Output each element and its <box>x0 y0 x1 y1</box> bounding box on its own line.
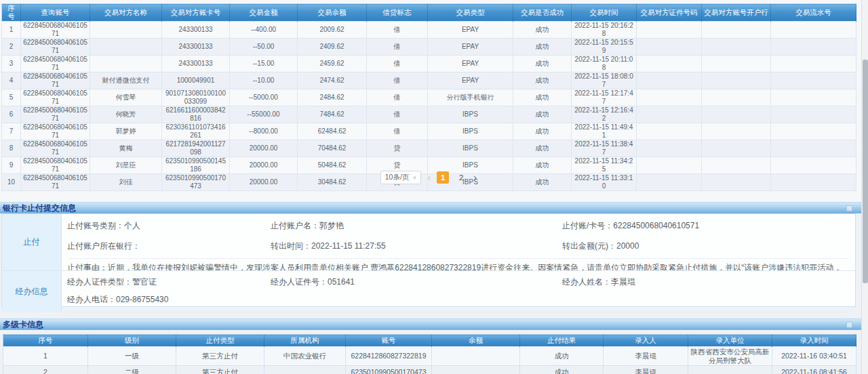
table-cell: 6 <box>2 106 21 123</box>
vertical-scrollbar[interactable] <box>861 0 868 374</box>
table-cell: 成功 <box>513 89 572 106</box>
table-cell: 二级 <box>88 366 176 374</box>
table-cell: 成功 <box>520 347 604 366</box>
field-account-bank: 止付账户所在银行： <box>67 241 271 252</box>
table-cell: 4 <box>2 72 21 89</box>
column-header: 所属机构 <box>264 335 346 347</box>
table-cell: 6228450068040610571 <box>21 89 90 106</box>
page-button-1[interactable]: 1 <box>437 171 449 184</box>
stop-payment-section-title: 银行卡止付提交信息 <box>3 203 76 214</box>
transactions-table: 序号查询账号交易对方名称交易对方账卡号交易金额交易余额借贷标志交易类型交易是否成… <box>1 3 856 191</box>
table-cell: 243300133 <box>162 22 230 39</box>
table-cell: 何雪琴 <box>90 89 162 106</box>
table-cell: 6216611600003842816 <box>162 106 230 123</box>
column-header: 交易类型 <box>428 4 513 22</box>
table-cell: 20000.00 <box>230 140 298 157</box>
table-cell: 财付通微信支付 <box>90 72 162 89</box>
field-handler-name: 经办人姓名：李晨琨 <box>562 276 847 288</box>
table-cell <box>771 72 856 89</box>
table-cell <box>771 39 856 56</box>
table-cell: --15.00 <box>230 56 298 72</box>
table-cell <box>702 89 771 106</box>
table-row: 56228450068040610571何雪琴90107130801001000… <box>2 89 856 106</box>
field-handler-cert-no: 经办人证件号：051641 <box>271 276 562 288</box>
table-cell <box>702 140 771 157</box>
page-size-select[interactable]: 10条/页 ∨ <box>380 171 421 184</box>
field-row: 止付账户所在银行： 转出时间：2022-11-15 11:27:55 转出金额(… <box>67 232 847 252</box>
table-cell <box>637 89 702 106</box>
column-header: 交易对方账号开户行 <box>702 4 771 22</box>
table-cell <box>432 347 520 366</box>
multicard-section-bar: 多级卡信息 <box>0 318 861 330</box>
scrollbar-thumb[interactable] <box>863 60 868 283</box>
table-cell: 借 <box>367 89 428 106</box>
table-cell <box>637 56 702 72</box>
column-header: 序号 <box>3 335 88 347</box>
table-cell: 成功 <box>513 123 572 140</box>
table-cell: 李晨琨 <box>604 347 688 366</box>
table-cell: 1 <box>2 22 21 39</box>
table-cell: 2009.62 <box>298 22 367 39</box>
page-button-2[interactable]: 2 <box>455 171 467 184</box>
next-page-button[interactable]: › <box>473 172 477 183</box>
table-cell: 6228450068040610571 <box>21 72 90 89</box>
collapse-icon[interactable] <box>846 322 852 328</box>
column-header: 交易是否成功 <box>513 4 572 22</box>
table-cell: 成功 <box>513 56 572 72</box>
table-cell <box>637 72 702 89</box>
field-row: 经办人证件类型：警官证 经办人证件号：051641 经办人姓名：李晨琨 <box>67 271 847 288</box>
table-cell: 5 <box>2 89 21 106</box>
table-cell: 成功 <box>520 366 604 374</box>
column-header: 录入单位 <box>688 335 772 347</box>
table-cell: 243300133 <box>162 56 230 72</box>
table-cell: 2409.62 <box>298 39 367 56</box>
table-cell: 1 <box>3 347 88 366</box>
table-cell <box>432 366 520 374</box>
column-header: 交易对方证件号码 <box>637 4 702 22</box>
stop-payment-content: 止付账号类别：个人 止付账户名：郭梦艳 止付账/卡号：6228450068040… <box>62 214 855 270</box>
multicard-table: 序号级别止付类型所属机构账号余额止付结果录入人录入单位录入时间 1一级第三方止付… <box>3 334 856 374</box>
table-cell: 2022-11-15 11:38:47 <box>572 140 637 157</box>
table-cell: 6228412860827322819 <box>346 347 432 366</box>
table-cell <box>90 39 162 56</box>
table-cell: EPAY <box>428 72 513 89</box>
column-header: 级别 <box>88 335 176 347</box>
column-header: 序号 <box>2 4 21 22</box>
field-handler-phone: 经办人电话：029-86755430 <box>67 294 271 306</box>
column-header: 录入时间 <box>772 335 856 347</box>
column-header: 余额 <box>432 335 520 347</box>
column-header: 交易对方账卡号 <box>162 4 230 22</box>
column-header: 查询账号 <box>21 4 90 22</box>
table-cell: 2022-11-16 08:41:56 <box>772 366 856 374</box>
table-cell: --400.00 <box>230 22 298 39</box>
column-header: 交易余额 <box>298 4 367 22</box>
previous-page-button[interactable]: ‹ <box>427 172 431 183</box>
table-cell: 中国农业银行 <box>264 347 346 366</box>
table-cell: 2 <box>2 39 21 56</box>
table-cell: --50.00 <box>230 39 298 56</box>
table-cell <box>702 56 771 72</box>
table-cell: 成功 <box>513 39 572 56</box>
divider <box>67 312 847 312</box>
table-cell: 借 <box>367 39 428 56</box>
field-transfer-amount: 转出金额(元)：20000 <box>562 241 847 252</box>
pagination: 10条/页 ∨ ‹ 1 2 › <box>1 169 856 186</box>
collapse-icon[interactable] <box>846 205 852 211</box>
table-row: 2二级第三方止付6235010990500170473成功李晨琨2022-11-… <box>3 366 856 374</box>
table-cell: 243300133 <box>162 39 230 56</box>
table-cell: 6217281942001127098 <box>162 140 230 157</box>
table-cell: 6228450068040610571 <box>21 123 90 140</box>
table-cell: 2022-11-15 20:11:08 <box>572 56 637 72</box>
table-cell <box>702 123 771 140</box>
multicard-header-row: 序号级别止付类型所属机构账号余额止付结果录入人录入单位录入时间 <box>3 335 856 347</box>
table-cell <box>637 106 702 123</box>
table-cell <box>702 106 771 123</box>
table-cell: 6228450068040610571 <box>21 22 90 39</box>
table-cell <box>702 72 771 89</box>
table-cell: 6235010990500170473 <box>346 366 432 374</box>
table-cell: 借 <box>367 72 428 89</box>
transactions-panel: 序号查询账号交易对方名称交易对方账卡号交易金额交易余额借贷标志交易类型交易是否成… <box>0 0 861 202</box>
table-cell: 2022-11-15 20:16:28 <box>572 22 637 39</box>
column-header: 借贷标志 <box>367 4 428 22</box>
table-cell: 6228450068040610571 <box>21 56 90 72</box>
